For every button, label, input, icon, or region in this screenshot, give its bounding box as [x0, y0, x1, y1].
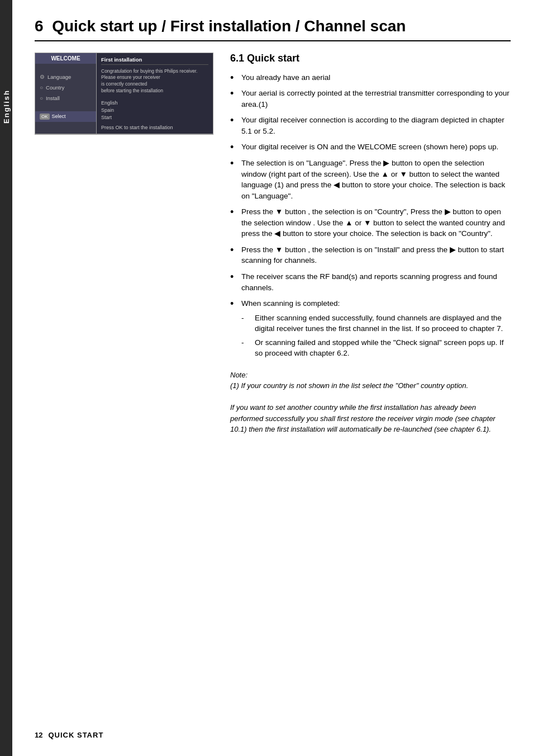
- tv-screen: WELCOME ⚙ Language ○ Country ○ Install: [35, 53, 213, 135]
- tv-left-bottom-bar: OK Select: [35, 111, 96, 122]
- page-footer: 12 QUICK START: [12, 731, 533, 739]
- bullet-text-8: The receiver scans the RF band(s) and re…: [241, 271, 511, 293]
- tv-menu-language: ⚙ Language: [40, 74, 92, 80]
- tv-country-label: Country: [46, 84, 64, 91]
- tv-right-header: First installation: [101, 56, 208, 65]
- sub-list: - Either scanning ended successfully, fo…: [241, 313, 511, 359]
- sub-dash: -: [241, 337, 253, 348]
- bullet-list: • You already have an aerial • Your aeri…: [230, 72, 511, 362]
- tv-left-panel: WELCOME ⚙ Language ○ Country ○ Install: [35, 53, 97, 134]
- tv-menu-country: ○ Country: [40, 84, 92, 91]
- sub-list-item: - Or scanning failed and stopped while t…: [241, 337, 511, 359]
- chapter-number: 6: [35, 17, 44, 35]
- list-item: • Your digital receiver connection is ac…: [230, 115, 511, 136]
- bullet-dot: •: [230, 88, 239, 98]
- section-6-1-title: 6.1 Quick start: [230, 53, 511, 64]
- bullet-dot: •: [230, 158, 239, 168]
- bullet-dot: •: [230, 142, 239, 152]
- tv-right-body: Congratulation for buying this Philips r…: [101, 68, 208, 95]
- chapter-heading: 6 Quick start up / First installation / …: [35, 17, 511, 36]
- bullet-dot: •: [230, 115, 239, 125]
- tv-right-panel: First installation Congratulation for bu…: [97, 53, 213, 134]
- section-divider: [35, 40, 511, 41]
- sub-list-item: - Either scanning ended successfully, fo…: [241, 313, 511, 334]
- bullet-dot: •: [230, 207, 239, 217]
- footer-page-number: 12: [35, 731, 42, 739]
- ok-badge: OK: [40, 114, 50, 120]
- note-section: Note: (1) If your country is not shown i…: [230, 370, 511, 435]
- tv-options: English Spain Start: [101, 100, 208, 120]
- sub-dash: -: [241, 313, 253, 324]
- right-column: 6.1 Quick start • You already have an ae…: [230, 53, 511, 435]
- country-icon: ○: [40, 84, 43, 91]
- bullet-text-9: When scanning is completed: - Either sca…: [241, 298, 511, 362]
- tv-menu-items: ⚙ Language ○ Country ○ Install: [35, 64, 96, 111]
- two-column-layout: WELCOME ⚙ Language ○ Country ○ Install: [35, 53, 511, 435]
- bullet-text-6: Press the ▼ button , the selection is on…: [241, 206, 511, 239]
- list-item: • The selection is on "Language". Press …: [230, 158, 511, 201]
- footer-chapter-label: QUICK START: [48, 731, 103, 739]
- list-item: • Press the ▼ button , the selection is …: [230, 244, 511, 266]
- bullet-text-1: You already have an aerial: [241, 72, 511, 83]
- main-content: 6 Quick start up / First installation / …: [12, 0, 533, 457]
- bullet-text-2: Your aerial is correctly pointed at the …: [241, 88, 511, 110]
- list-item: • When scanning is completed: - Either s…: [230, 298, 511, 362]
- bullet-dot: •: [230, 73, 239, 83]
- tv-option-english: English: [101, 100, 208, 106]
- language-icon: ⚙: [40, 74, 45, 80]
- tv-welcome-bar: WELCOME: [35, 53, 96, 64]
- list-item: • Press the ▼ button , the selection is …: [230, 206, 511, 239]
- bullet-text-5: The selection is on "Language". Press th…: [241, 158, 511, 201]
- list-item: • You already have an aerial: [230, 72, 511, 83]
- bullet-text-7: Press the ▼ button , the selection is on…: [241, 244, 511, 266]
- tv-option-start: Start: [101, 115, 208, 120]
- bullet-dot: •: [230, 245, 239, 255]
- tv-language-label: Language: [47, 74, 71, 80]
- tv-screenshot: WELCOME ⚙ Language ○ Country ○ Install: [35, 53, 213, 135]
- bullet-dot: •: [230, 299, 239, 309]
- list-item: • Your aerial is correctly pointed at th…: [230, 88, 511, 110]
- install-icon: ○: [40, 95, 43, 101]
- chapter-title: Quick start up / First installation / Ch…: [52, 17, 406, 35]
- note-label: Note:: [230, 370, 511, 381]
- language-tab: English: [0, 0, 12, 756]
- bullet-text-4: Your digital receiver is ON and the WELC…: [241, 141, 511, 153]
- list-item: • Your digital receiver is ON and the WE…: [230, 141, 511, 153]
- tv-menu-install: ○ Install: [40, 95, 92, 101]
- tv-right-bottom: Press OK to start the installation: [101, 125, 208, 130]
- note-item-1: (1) If your country is not shown in the …: [230, 380, 511, 391]
- sub-item-text-2: Or scanning failed and stopped while the…: [255, 337, 511, 359]
- note-item-2: If you want to set another country while…: [230, 402, 511, 435]
- list-item: • The receiver scans the RF band(s) and …: [230, 271, 511, 293]
- language-tab-label: English: [2, 89, 11, 124]
- select-label: Select: [52, 114, 66, 119]
- tv-install-label: Install: [46, 95, 60, 101]
- sub-item-text-1: Either scanning ended successfully, foun…: [255, 313, 511, 334]
- tv-option-spain: Spain: [101, 107, 208, 113]
- bullet-dot: •: [230, 272, 239, 282]
- bullet-text-3: Your digital receiver connection is acco…: [241, 115, 511, 136]
